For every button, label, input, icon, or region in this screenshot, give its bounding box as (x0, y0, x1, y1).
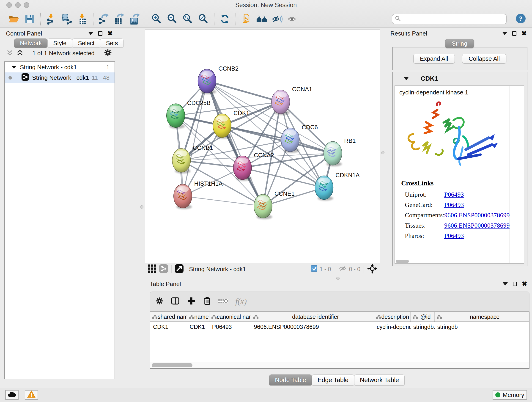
tab-style[interactable]: Style (47, 38, 72, 48)
table-row[interactable]: CDK1CDK1P064939606.ENSP00000378699cyclin… (150, 322, 529, 332)
fit-selected-crosshair-icon[interactable] (367, 264, 377, 274)
network-collection-row[interactable]: String Network - cdk1 1 (5, 62, 114, 72)
save-session-button[interactable] (23, 13, 36, 26)
panel-menu-icon[interactable] (88, 32, 93, 35)
warning-status-button[interactable] (25, 390, 38, 400)
delete-column-trash-icon[interactable] (203, 296, 211, 307)
network-node-CCNE1[interactable]: CCNE1 (254, 191, 295, 219)
zoom-out-button[interactable] (166, 13, 178, 26)
network-node-count: 11 (92, 74, 98, 81)
left-splitter-handle[interactable] (140, 205, 143, 209)
help-button[interactable]: ? (515, 13, 526, 25)
birdseye-view-icon[interactable] (175, 264, 184, 274)
collapse-all-networks-icon[interactable] (6, 49, 13, 57)
tab-network[interactable]: Network (14, 38, 47, 48)
bottom-splitter-handle[interactable] (336, 277, 340, 280)
table-hscroll-thumb[interactable] (152, 363, 192, 367)
import-network-button[interactable] (45, 13, 57, 26)
table-cell[interactable]: stringdb:9... (411, 322, 435, 332)
network-node-CCNA1[interactable]: CCNA1 (272, 86, 312, 115)
float-panel-icon[interactable] (513, 282, 517, 286)
expand-all-networks-icon[interactable] (17, 49, 23, 57)
gene-collapse-icon[interactable] (404, 77, 409, 80)
tab-edge-table[interactable]: Edge Table (312, 375, 354, 385)
results-hscroll-thumb[interactable] (396, 260, 409, 263)
hidden-eye-icon[interactable] (339, 265, 347, 273)
table-cell[interactable]: stringdb (435, 322, 529, 332)
network-node-CCNB2[interactable]: CCNB2 (198, 65, 239, 94)
zoom-selected-button[interactable] (197, 13, 209, 26)
cloud-status-button[interactable] (5, 390, 19, 400)
float-panel-icon[interactable] (512, 31, 516, 36)
memory-button[interactable]: Memory (493, 390, 527, 400)
table-hscrollbar[interactable] (150, 362, 529, 368)
column-header--id[interactable]: @id (411, 312, 435, 322)
zoom-in-button[interactable] (150, 13, 163, 26)
tab-select[interactable]: Select (72, 38, 100, 48)
close-panel-icon[interactable]: ✖ (108, 30, 113, 37)
gene-header-row[interactable]: CDK1 (393, 72, 527, 85)
float-panel-icon[interactable] (98, 31, 102, 36)
show-hide-eye-button[interactable] (287, 13, 299, 26)
column-header-shared-name[interactable]: shared name (150, 312, 187, 322)
function-builder-button[interactable]: f(x) (235, 297, 247, 306)
table-cell[interactable]: CDK1 (150, 322, 187, 332)
show-columns-icon[interactable] (171, 296, 180, 306)
show-all-networks-button[interactable] (256, 13, 268, 26)
collapse-all-button[interactable]: Collapse All (462, 54, 507, 64)
collection-expand-icon[interactable] (12, 66, 16, 69)
open-session-button[interactable] (8, 13, 20, 26)
crosslink-value-link[interactable]: P06493 (444, 230, 464, 241)
panel-menu-icon[interactable] (503, 282, 508, 286)
column-header-database-identifier[interactable]: database identifier (251, 312, 374, 322)
table-cell[interactable]: 9606.ENSP00000378699 (251, 322, 374, 332)
crosslink-value-link[interactable]: P06493 (444, 200, 464, 210)
column-header-canonical-name[interactable]: canonical name (209, 312, 251, 322)
network-options-gear-icon[interactable] (104, 48, 112, 58)
table-cell[interactable]: P06493 (209, 322, 251, 332)
column-header-description[interactable]: description (374, 312, 411, 322)
titlebar[interactable]: Session: New Session (0, 0, 532, 10)
column-header-namespace[interactable]: namespace (435, 312, 529, 322)
panel-menu-icon[interactable] (502, 32, 507, 35)
export-table-button[interactable] (113, 13, 126, 26)
import-database-button[interactable] (60, 13, 73, 26)
search-input[interactable] (403, 15, 504, 23)
network-row[interactable]: String Network - cdk1 11 48 (5, 72, 114, 83)
network-node-RB1[interactable]: RB1 (323, 138, 355, 166)
current-network-title: String Network - cdk1 (189, 266, 246, 273)
table-cell[interactable]: cyclin-dependent ... (374, 322, 411, 332)
apply-layout-button[interactable] (219, 13, 231, 26)
network-node-CDKN1A[interactable]: CDKN1A (315, 172, 360, 201)
tab-network-table[interactable]: Network Table (354, 375, 405, 385)
crosslink-value-link[interactable]: P06493 (444, 189, 464, 200)
tab-sets[interactable]: Sets (100, 38, 123, 48)
right-splitter-handle[interactable] (381, 151, 385, 154)
import-table-button[interactable] (76, 13, 89, 26)
grid-view-icon[interactable] (148, 264, 156, 274)
expand-all-button[interactable]: Expand All (413, 54, 455, 64)
crosslink-value-link[interactable]: 9606.ENSP00000378699 (444, 220, 510, 230)
save-floppy-icon (24, 13, 35, 25)
column-header-name[interactable]: name (187, 312, 209, 322)
network-canvas[interactable]: CCNB2CCNA1CDC25BCDK1CDC6RB1CCNB1CCNA2CDK… (145, 29, 380, 263)
delete-table-icon[interactable] (218, 298, 228, 305)
close-panel-icon[interactable]: ✖ (522, 281, 527, 287)
network-node-HIST1H1A[interactable]: HIST1H1A (174, 180, 223, 209)
export-image-button[interactable] (129, 13, 141, 26)
hide-graphics-details-button[interactable] (271, 13, 284, 26)
table-cell[interactable]: CDK1 (187, 322, 209, 332)
tab-string[interactable]: String (445, 39, 474, 48)
network-graph[interactable]: CCNB2CCNA1CDC25BCDK1CDC6RB1CCNB1CCNA2CDK… (145, 30, 380, 263)
create-column-icon[interactable] (187, 296, 196, 306)
network-badge-icon[interactable] (159, 264, 168, 274)
zoom-fit-button[interactable] (181, 13, 194, 26)
clone-network-button[interactable] (240, 13, 253, 26)
selected-checkbox-icon[interactable] (311, 265, 317, 273)
crosslink-value-link[interactable]: 9606.ENSP00000378699 (444, 210, 510, 220)
table-options-gear-icon[interactable] (155, 297, 164, 306)
export-network-button[interactable] (98, 13, 110, 26)
tab-node-table[interactable]: Node Table (269, 375, 312, 385)
close-panel-icon[interactable]: ✖ (521, 30, 527, 37)
bar-separator (171, 265, 172, 273)
